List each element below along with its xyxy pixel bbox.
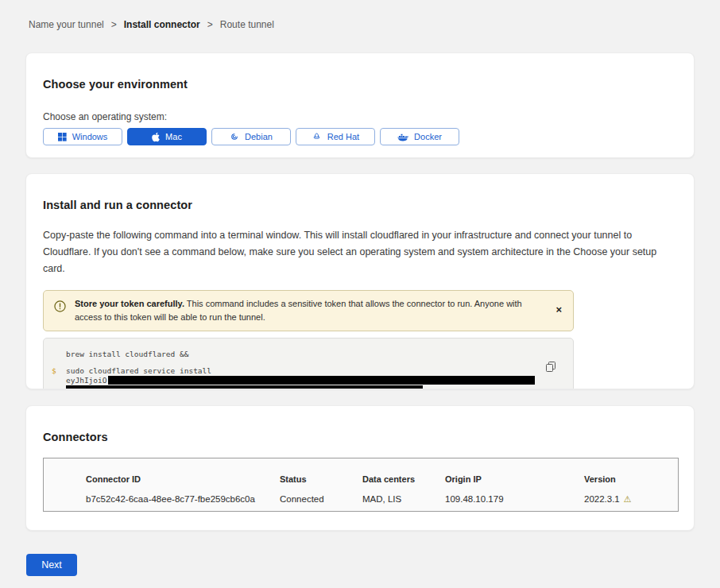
os-button-docker[interactable]: Docker: [380, 128, 459, 145]
close-icon[interactable]: ×: [554, 304, 563, 315]
debian-icon: [230, 132, 239, 141]
install-card-title: Install and run a connector: [43, 174, 677, 211]
breadcrumb-separator: >: [207, 19, 213, 30]
breadcrumb-step-install-connector[interactable]: Install connector: [124, 19, 200, 30]
redhat-icon: [312, 132, 322, 141]
os-button-label: Windows: [72, 132, 108, 141]
redaction-bar: [108, 376, 535, 385]
breadcrumb-step-route-tunnel[interactable]: Route tunnel: [220, 19, 274, 30]
command-line-2: sudo cloudflared service install: [44, 366, 573, 375]
version-value: 2022.3.1⚠: [584, 494, 678, 505]
token-warning-title: Store your token carefully.: [75, 299, 184, 308]
environment-card-title: Choose your environment: [43, 53, 677, 91]
os-button-group: Windows Mac Debian: [43, 128, 677, 145]
os-button-label: Docker: [414, 132, 442, 141]
os-button-debian[interactable]: Debian: [211, 128, 291, 145]
install-description: Copy-paste the following command into a …: [43, 227, 676, 277]
connectors-card-title: Connectors: [43, 406, 677, 443]
col-data-centers: Data centers: [362, 474, 445, 484]
col-connector-id: Connector ID: [86, 474, 280, 484]
choose-environment-card: Choose your environment Choose an operat…: [25, 52, 695, 158]
command-code-block: brew install cloudflared && $ sudo cloud…: [43, 338, 574, 389]
breadcrumb: Name your tunnel > Install connector > R…: [0, 0, 720, 30]
os-button-label: Mac: [165, 132, 182, 141]
docker-icon: [397, 133, 408, 141]
os-button-label: Red Hat: [327, 132, 359, 141]
redaction-bar: [66, 385, 423, 389]
os-button-windows[interactable]: Windows: [43, 128, 122, 145]
install-connector-card: Install and run a connector Copy-paste t…: [25, 173, 695, 389]
col-version: Version: [584, 474, 678, 484]
table-header-row: Connector ID Status Data centers Origin …: [86, 474, 678, 484]
col-status: Status: [280, 474, 362, 484]
connectors-table: Connector ID Status Data centers Origin …: [43, 458, 679, 512]
next-button[interactable]: Next: [26, 554, 77, 576]
version-number: 2022.3.1: [584, 494, 620, 504]
version-warning-icon: ⚠: [624, 494, 632, 504]
col-origin-ip: Origin IP: [445, 474, 584, 484]
command-line-1: brew install cloudflared &&: [44, 350, 573, 358]
windows-icon: [58, 133, 67, 141]
os-select-label: Choose an operating system:: [43, 111, 677, 122]
breadcrumb-separator: >: [111, 19, 117, 30]
shell-prompt: $: [52, 366, 56, 375]
table-row: b7c52c42-6caa-48ee-8c77-fbe259cb6c0a Con…: [86, 494, 678, 505]
data-centers-value: MAD, LIS: [362, 494, 445, 505]
breadcrumb-step-name-tunnel[interactable]: Name your tunnel: [29, 19, 104, 30]
apple-icon: [152, 132, 160, 142]
token-warning-text: Store your token carefully. This command…: [75, 297, 543, 324]
connectors-card: Connectors Connector ID Status Data cent…: [25, 405, 695, 531]
os-button-mac[interactable]: Mac: [127, 128, 207, 145]
copy-icon[interactable]: [546, 362, 555, 372]
status-badge: Connected: [280, 494, 362, 505]
os-button-label: Debian: [245, 132, 273, 141]
origin-ip-value: 109.48.10.179: [445, 494, 584, 505]
alert-circle-icon: [54, 300, 66, 315]
os-button-redhat[interactable]: Red Hat: [296, 128, 375, 145]
token-prefix: eyJhIjoiO: [66, 376, 106, 385]
token-warning-banner: Store your token carefully. This command…: [43, 290, 574, 331]
connector-id-value: b7c52c42-6caa-48ee-8c77-fbe259cb6c0a: [86, 494, 280, 505]
